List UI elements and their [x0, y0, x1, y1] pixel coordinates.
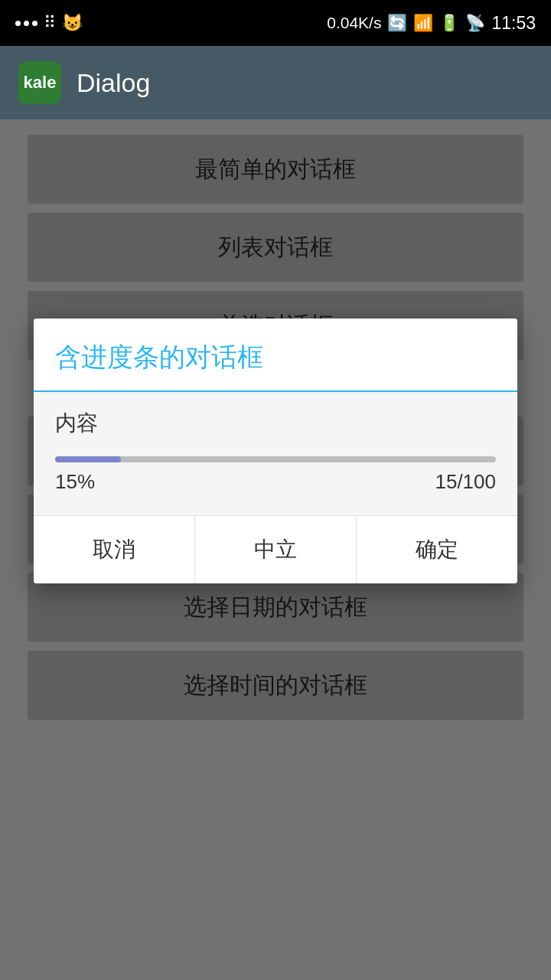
sync-icon: 🔄: [387, 14, 407, 32]
progress-count-label: 15/100: [435, 470, 496, 494]
dialog-neutral-button[interactable]: 中立: [195, 516, 357, 583]
battery-icon: 🔋: [439, 14, 459, 32]
dialog-confirm-button[interactable]: 确定: [357, 516, 517, 583]
status-dots: [15, 21, 37, 26]
signal-icon: 📡: [465, 14, 485, 32]
status-left: ⠿ 😺: [15, 13, 83, 33]
dialog-title: 含进度条的对话框: [55, 342, 263, 371]
progress-fill: [55, 456, 121, 462]
progress-percent-label: 15%: [55, 470, 95, 494]
dialog-content-text: 内容: [55, 409, 496, 438]
app-title: Dialog: [77, 68, 150, 98]
progress-container: 15% 15/100: [55, 456, 496, 494]
dialog-buttons: 取消 中立 确定: [34, 515, 517, 583]
content-area: 最简单的对话框 列表对话框 单选对话框 含进度条的对话框 内容 15% 15/1…: [0, 119, 551, 980]
progress-labels: 15% 15/100: [55, 470, 496, 494]
progress-dialog: 含进度条的对话框 内容 15% 15/100 取消 中立 确定: [34, 318, 517, 583]
status-right: 0.04K/s 🔄 📶 🔋 📡 11:53: [327, 13, 536, 34]
wifi-icon: 📶: [413, 14, 433, 32]
dialog-cancel-button[interactable]: 取消: [34, 516, 195, 583]
progress-track: [55, 456, 496, 462]
dialog-title-area: 含进度条的对话框: [34, 318, 517, 392]
app-grid-icon: ⠿: [44, 13, 56, 33]
dot-3: [32, 21, 37, 26]
dot-1: [15, 21, 21, 26]
network-speed: 0.04K/s: [327, 14, 381, 32]
app-icon: kale: [18, 61, 61, 104]
status-bar: ⠿ 😺 0.04K/s 🔄 📶 🔋 📡 11:53: [0, 0, 551, 46]
app-bar: kale Dialog: [0, 46, 551, 119]
dot-2: [24, 21, 29, 26]
status-time: 11:53: [491, 13, 536, 34]
dialog-body: 内容 15% 15/100: [34, 392, 517, 515]
notification-icon: 😺: [62, 13, 83, 33]
